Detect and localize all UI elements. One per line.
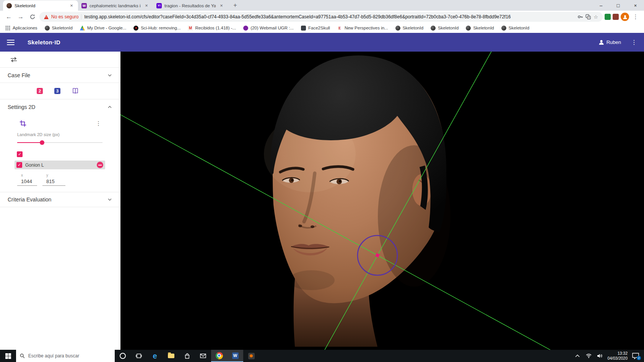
chrome-button[interactable] — [211, 350, 227, 362]
start-button[interactable] — [0, 350, 16, 362]
word-button[interactable]: W — [227, 350, 243, 362]
search-input[interactable] — [28, 353, 111, 359]
minimize-button[interactable]: – — [592, 0, 610, 11]
address-omnibox[interactable]: No es seguro testing.app.skeleton-id.com… — [39, 12, 603, 22]
url-text: testing.app.skeleton-id.com/cfs/editor?c… — [84, 14, 575, 19]
maximize-button[interactable]: □ — [610, 0, 627, 11]
x-value[interactable]: 1044 — [17, 177, 37, 186]
section-label: Criteria Evaluation — [8, 196, 51, 203]
coordinate-y-field[interactable]: y 815 — [42, 173, 65, 186]
webmail-ugr-icon — [243, 26, 248, 31]
section-criteria-evaluation[interactable]: Criteria Evaluation — [0, 192, 120, 207]
bookmark-star-icon[interactable]: ☆ — [594, 14, 598, 20]
translate-icon[interactable]: A — [585, 14, 591, 19]
browser-menu-icon[interactable]: ⋮ — [631, 13, 640, 20]
cortana-button[interactable] — [115, 350, 131, 362]
bookmark-skeletonid-5[interactable]: SkeletonId — [501, 26, 529, 31]
tab-tragion-yahoo[interactable]: Y! tragion - Resultados de Yahoo Es × — [153, 0, 228, 11]
new-tab-button[interactable]: + — [230, 0, 240, 10]
view-3d-button[interactable]: 3 — [54, 88, 60, 94]
volume-button[interactable] — [596, 354, 603, 358]
swap-panels-row — [0, 52, 120, 68]
landmark-point-gonion[interactable] — [376, 253, 379, 257]
forward-button[interactable]: → — [16, 12, 26, 22]
bookmark-gmail-inbox[interactable]: M Recibidos (1.418) -... — [188, 26, 236, 31]
bookmark-skeletonid-3[interactable]: SkeletonId — [431, 26, 459, 31]
landmark-checkbox[interactable] — [16, 162, 22, 168]
taskbar-app-unknown[interactable] — [243, 350, 259, 362]
bookmarks-bar: Aplicaciones SkeletonId My Drive - Googl… — [0, 23, 644, 33]
reload-button[interactable] — [28, 12, 37, 22]
app-title: Skeleton·ID — [28, 39, 60, 45]
tab-close-icon[interactable]: × — [218, 3, 224, 9]
bookmark-skeletonid-4[interactable]: SkeletonId — [466, 26, 494, 31]
swap-arrows-icon[interactable] — [10, 57, 18, 63]
edge-button[interactable]: e — [147, 350, 163, 362]
mail-button[interactable] — [195, 350, 211, 362]
password-key-icon[interactable] — [577, 14, 583, 19]
face2skull-icon — [301, 26, 306, 31]
tray-expand-button[interactable] — [574, 354, 581, 357]
user-menu[interactable]: Ruben — [598, 39, 621, 45]
bookmark-label: SkeletonId — [403, 26, 423, 30]
settings-kebab-menu-icon[interactable]: ⋮ — [96, 120, 101, 127]
bookmark-face2skull[interactable]: Face2Skull — [301, 26, 330, 31]
hamburger-menu-icon[interactable] — [7, 40, 15, 45]
w-favicon-icon: W — [81, 3, 87, 8]
e-journal-icon: E — [337, 26, 342, 31]
google-drive-icon — [80, 26, 85, 31]
extension-icon-1[interactable] — [605, 14, 611, 20]
close-button[interactable]: × — [627, 0, 644, 11]
back-button[interactable]: ← — [4, 12, 14, 22]
coordinate-x-field[interactable]: x 1044 — [17, 173, 37, 186]
gmail-icon: M — [188, 26, 193, 31]
landmark-size-slider[interactable] — [17, 140, 102, 145]
bookmark-scihub[interactable]: Sci-Hub: removing... — [133, 26, 181, 31]
section-case-file[interactable]: Case File — [0, 68, 120, 83]
app-icon — [248, 353, 255, 359]
bookmark-label: Recibidos (1.418) -... — [195, 26, 236, 30]
tab-close-icon[interactable]: × — [143, 3, 150, 9]
tab-skeletonid[interactable]: SkeletonId × — [3, 0, 78, 11]
y-value[interactable]: 815 — [42, 177, 65, 186]
action-center-button[interactable]: 2 — [632, 352, 639, 359]
file-explorer-button[interactable] — [163, 350, 179, 362]
settings-2d-tools: ⋮ — [0, 115, 120, 131]
landmark-coordinates: x 1044 y 815 — [17, 173, 120, 186]
bookmark-label: (20) Webmail UGR :... — [250, 26, 294, 30]
remove-landmark-button[interactable] — [97, 162, 103, 168]
bookmark-webmail-ugr[interactable]: (20) Webmail UGR :... — [243, 26, 294, 31]
section-settings-2d[interactable]: Settings 2D — [0, 99, 120, 115]
skeletonid-favicon-icon — [7, 3, 12, 8]
chevron-up-icon — [575, 354, 580, 357]
clock-time: 13:32 — [607, 351, 628, 356]
tab-cephalometric[interactable]: W cephalometric landmarks in obli × — [78, 0, 153, 11]
window-controls: – □ × — [592, 0, 644, 11]
network-button[interactable] — [585, 354, 592, 358]
bookmark-skeletonid-1[interactable]: SkeletonId — [45, 26, 73, 31]
bookmark-label: SkeletonId — [438, 26, 459, 30]
store-button[interactable] — [179, 350, 195, 362]
bookmark-new-perspectives[interactable]: E New Perspectives in... — [337, 26, 388, 31]
view-2d-button[interactable]: 2 — [37, 88, 43, 94]
bookmark-apps[interactable]: Aplicaciones — [5, 26, 37, 31]
app-menu-icon[interactable]: ⋮ — [631, 39, 637, 46]
compare-book-icon[interactable] — [72, 88, 79, 94]
bookmark-skeletonid-2[interactable]: SkeletonId — [395, 26, 423, 31]
show-landmarks-checkbox[interactable] — [17, 151, 23, 157]
taskbar-clock[interactable]: 13:32 04/03/2020 — [607, 351, 628, 361]
landmark-list-item[interactable]: Gonion L — [15, 161, 105, 169]
bookmark-mydrive[interactable]: My Drive - Google... — [80, 26, 126, 31]
taskbar-search[interactable] — [16, 350, 115, 362]
crop-icon[interactable] — [19, 120, 27, 127]
profile-avatar[interactable] — [621, 13, 629, 21]
extension-icon-2[interactable] — [613, 14, 619, 20]
face-3d-model — [120, 52, 644, 350]
landmark-size-slider-thumb[interactable] — [40, 140, 44, 145]
bookmark-label: SkeletonId — [509, 26, 529, 30]
not-secure-warning-icon[interactable] — [44, 15, 49, 19]
task-view-button[interactable] — [131, 350, 147, 362]
security-label[interactable]: No es seguro — [51, 14, 78, 19]
tab-close-icon[interactable]: × — [68, 3, 75, 9]
model-viewport[interactable] — [120, 52, 644, 350]
